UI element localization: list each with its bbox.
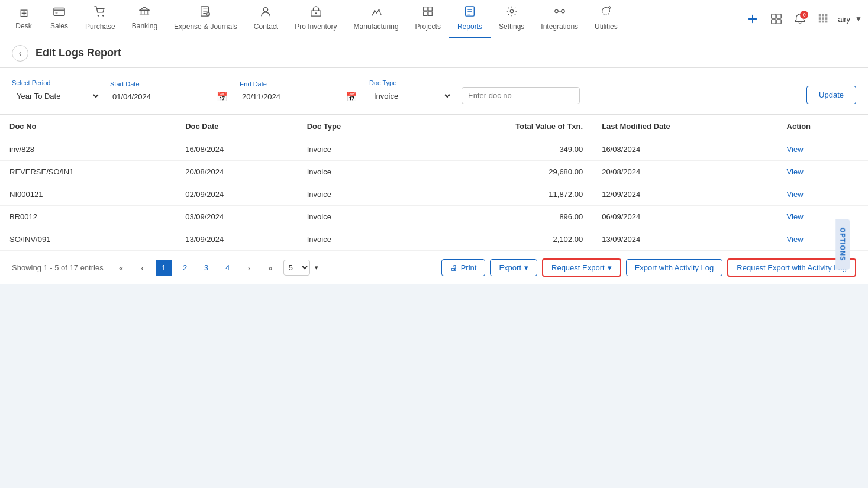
per-page-select[interactable]: 5 10 25 50: [283, 260, 310, 276]
print-button[interactable]: 🖨 Print: [441, 259, 486, 276]
cell-total-value: 2,102.00: [409, 228, 592, 251]
notifications-button[interactable]: 0: [790, 9, 809, 28]
first-page-button[interactable]: «: [113, 260, 130, 276]
update-button[interactable]: Update: [806, 86, 856, 104]
svg-rect-26: [825, 14, 828, 17]
cell-total-value: 896.00: [409, 206, 592, 228]
nav-manufacturing[interactable]: Manufacturing: [346, 0, 407, 38]
cell-last-modified: 16/08/2024: [592, 138, 777, 161]
start-date-calendar-icon[interactable]: 📅: [214, 92, 230, 102]
cell-total-value: 29,680.00: [409, 161, 592, 183]
table-wrap: Doc No Doc Date Doc Type Total Value of …: [0, 114, 868, 251]
user-name[interactable]: airy: [838, 15, 850, 24]
table-row: REVERSE/SO/IN1 20/08/2024 Invoice 29,680…: [0, 161, 868, 183]
nav-integrations[interactable]: Integrations: [533, 0, 586, 38]
nav-desk-label: Desk: [15, 22, 31, 30]
end-date-calendar-icon[interactable]: 📅: [344, 92, 360, 102]
table-row: SO/INV/091 13/09/2024 Invoice 2,102.00 1…: [0, 228, 868, 251]
nav-utilities[interactable]: Utilities: [586, 0, 626, 38]
view-link[interactable]: View: [787, 167, 804, 176]
nav-expense-journals[interactable]: Expense & Journals: [166, 0, 246, 38]
view-link[interactable]: View: [787, 190, 804, 199]
doc-no-group: .: [462, 77, 580, 104]
request-export-label: Request Export: [551, 263, 605, 272]
nav-pro-inventory[interactable]: Pro Inventory: [286, 0, 345, 38]
page-1-button[interactable]: 1: [156, 260, 172, 276]
reports-icon: [464, 5, 476, 20]
cell-action[interactable]: View: [777, 138, 868, 161]
svg-rect-25: [822, 14, 824, 17]
doc-type-select[interactable]: Invoice Credit Note Debit Note: [369, 89, 452, 104]
svg-point-12: [372, 14, 373, 15]
nav-sales[interactable]: Sales: [41, 0, 77, 38]
doc-type-label: Doc Type: [369, 79, 452, 86]
nav-settings-label: Settings: [499, 22, 524, 31]
cell-doc-type: Invoice: [298, 161, 410, 183]
cell-last-modified: 06/09/2024: [592, 206, 777, 228]
cell-doc-no: inv/828: [0, 138, 176, 161]
nav-purchase-label: Purchase: [85, 22, 115, 31]
grid-view-button[interactable]: [814, 9, 833, 28]
request-export-button[interactable]: Request Export ▾: [542, 258, 621, 277]
start-date-label: Start Date: [110, 80, 230, 88]
nav-purchase[interactable]: Purchase: [77, 0, 124, 38]
export-activity-log-button[interactable]: Export with Activity Log: [626, 259, 723, 276]
nav-contact[interactable]: Contact: [246, 0, 286, 38]
export-activity-label: Export with Activity Log: [635, 263, 714, 272]
doc-no-input[interactable]: [462, 87, 580, 104]
back-button[interactable]: ‹: [12, 45, 28, 62]
cell-last-modified: 12/09/2024: [592, 183, 777, 206]
cell-action[interactable]: View: [777, 183, 868, 206]
page-4-button[interactable]: 4: [220, 260, 236, 276]
options-tab[interactable]: OPTIONS: [836, 219, 850, 269]
contact-icon: [260, 5, 272, 20]
cell-action[interactable]: View: [777, 161, 868, 183]
svg-point-3: [102, 15, 104, 17]
doc-type-group: Doc Type Invoice Credit Note Debit Note: [369, 79, 452, 104]
page-2-button[interactable]: 2: [177, 260, 193, 276]
view-link[interactable]: View: [787, 212, 804, 221]
nav-utilities-label: Utilities: [595, 22, 618, 31]
view-link[interactable]: View: [787, 145, 804, 154]
col-doc-date: Doc Date: [176, 115, 298, 138]
view-link[interactable]: View: [787, 235, 804, 244]
nav-projects[interactable]: Projects: [407, 0, 449, 38]
pagination-right: 🖨 Print Export ▾ Request Export ▾ Export…: [441, 258, 856, 277]
cell-doc-date: 03/09/2024: [176, 206, 298, 228]
svg-rect-29: [825, 17, 828, 20]
next-page-button[interactable]: ›: [241, 260, 257, 276]
nav-reports[interactable]: Reports: [449, 0, 491, 38]
svg-point-9: [264, 8, 268, 12]
nav-banking[interactable]: Banking: [124, 0, 166, 38]
start-date-input[interactable]: [110, 90, 214, 104]
select-period-label: Select Period: [12, 79, 101, 86]
svg-rect-4: [141, 11, 142, 14]
integrations-icon: [554, 5, 566, 20]
nav-settings[interactable]: Settings: [491, 0, 533, 38]
prev-page-button[interactable]: ‹: [134, 260, 151, 276]
nav-desk[interactable]: ⊞ Desk: [6, 0, 41, 38]
col-total-value: Total Value of Txn.: [409, 115, 592, 138]
nav-right: 0 airy ▼: [743, 9, 862, 28]
cell-action[interactable]: View: [777, 206, 868, 228]
settings-icon: [506, 5, 518, 20]
export-button[interactable]: Export ▾: [490, 259, 537, 276]
select-period-select[interactable]: Year To Date This Month Last Month Custo…: [12, 89, 101, 104]
user-dropdown-icon[interactable]: ▼: [855, 15, 862, 23]
svg-rect-22: [772, 20, 776, 24]
cell-doc-no: BR0012: [0, 206, 176, 228]
export-label: Export: [499, 263, 521, 272]
svg-point-11: [315, 12, 317, 14]
projects-icon: [422, 5, 434, 20]
end-date-input[interactable]: [240, 90, 344, 104]
page-3-button[interactable]: 3: [198, 260, 215, 276]
add-button[interactable]: [743, 9, 762, 28]
svg-rect-16: [466, 7, 475, 16]
last-page-button[interactable]: »: [262, 260, 279, 276]
svg-point-18: [555, 9, 558, 12]
cell-doc-no: REVERSE/SO/IN1: [0, 161, 176, 183]
cell-doc-type: Invoice: [298, 183, 410, 206]
svg-rect-6: [147, 11, 149, 14]
switch-view-button[interactable]: [767, 9, 786, 28]
cell-action[interactable]: View: [777, 228, 868, 251]
